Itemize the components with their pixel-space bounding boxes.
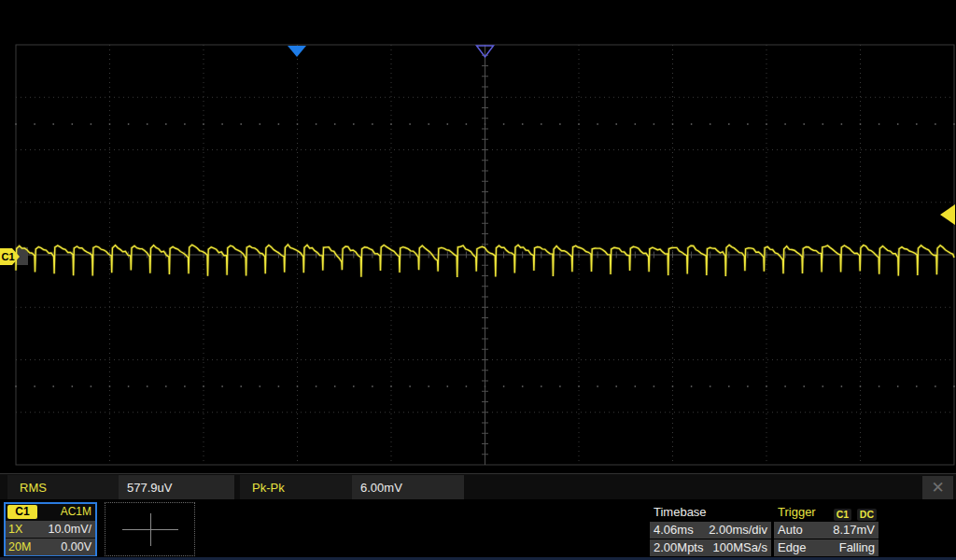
channel1-panel[interactable]: C1 AC1M 1X 10.0mV/ 20M 0.00V (4, 502, 97, 556)
channel1-offset-value: 0.00V (61, 539, 91, 555)
trigger-panel[interactable]: Trigger C1 DC Auto 8.17mV Edge Falling (774, 504, 879, 556)
timebase-row-1: 4.06ms 2.00ms/div (650, 522, 771, 539)
timebase-scale: 2.00ms/div (709, 522, 767, 539)
measurement-1-label[interactable]: RMS (7, 475, 119, 499)
add-channel-button[interactable] (105, 502, 195, 556)
channel1-bandwidth: 20M (8, 539, 31, 555)
channel1-scale-row: 1X 10.0mV/ (6, 521, 95, 538)
measurement-2-label[interactable]: Pk-Pk (240, 475, 352, 499)
trigger-title-label: Trigger (778, 505, 816, 519)
trigger-position-marker-icon[interactable] (288, 46, 306, 57)
trigger-row-2: Edge Falling (774, 539, 879, 556)
timebase-panel[interactable]: Timebase 4.06ms 2.00ms/div 2.00Mpts 100M… (650, 504, 771, 556)
timebase-delay: 4.06ms (654, 522, 694, 539)
graticule-grid (15, 45, 955, 465)
channel1-coupling: AC1M (61, 505, 91, 518)
trigger-source-badge: C1 (834, 509, 851, 521)
trigger-mode: Auto (778, 522, 803, 539)
trigger-coupling-badge: DC (857, 509, 877, 521)
waveform-display[interactable]: C1 (0, 0, 956, 472)
trigger-title: Trigger C1 DC (774, 504, 879, 521)
timebase-title: Timebase (650, 504, 771, 521)
channel1-volts-per-div: 10.0mV/ (48, 521, 91, 538)
close-icon: ✕ (931, 479, 944, 497)
trigger-level-marker-icon[interactable] (940, 204, 955, 225)
timebase-points: 2.00Mpts (654, 539, 703, 556)
channel1-badge: C1 (7, 505, 37, 519)
trigger-row-1: Auto 8.17mV (774, 522, 879, 539)
channel1-title-row: C1 AC1M (6, 504, 95, 520)
measurement-1-value[interactable]: 577.9uV (119, 475, 234, 499)
trigger-slope: Falling (839, 539, 875, 556)
trigger-level-value: 8.17mV (833, 522, 875, 539)
status-bar: C1 AC1M 1X 10.0mV/ 20M 0.00V Timebase 4.… (0, 500, 956, 560)
oscilloscope-screen: C1 RMS 577.9uV Pk-Pk 6.00mV ✕ C1 AC1M 1X… (0, 0, 956, 560)
channel1-probe: 1X (8, 521, 22, 538)
close-measurements-button[interactable]: ✕ (922, 476, 953, 499)
plus-icon (150, 513, 151, 546)
measurement-2-value[interactable]: 6.00mV (352, 475, 464, 499)
channel1-offset-row: 20M 0.00V (6, 539, 95, 555)
display-area[interactable]: C1 (0, 0, 956, 472)
channel-offset-label: C1 (2, 251, 15, 262)
trigger-type: Edge (778, 539, 806, 556)
measurement-bar: RMS 577.9uV Pk-Pk 6.00mV ✕ (0, 473, 956, 499)
trigger-source-chips: C1 DC (832, 506, 877, 523)
timebase-row-2: 2.00Mpts 100MSa/s (650, 539, 771, 556)
timebase-sample-rate: 100MSa/s (712, 539, 767, 556)
